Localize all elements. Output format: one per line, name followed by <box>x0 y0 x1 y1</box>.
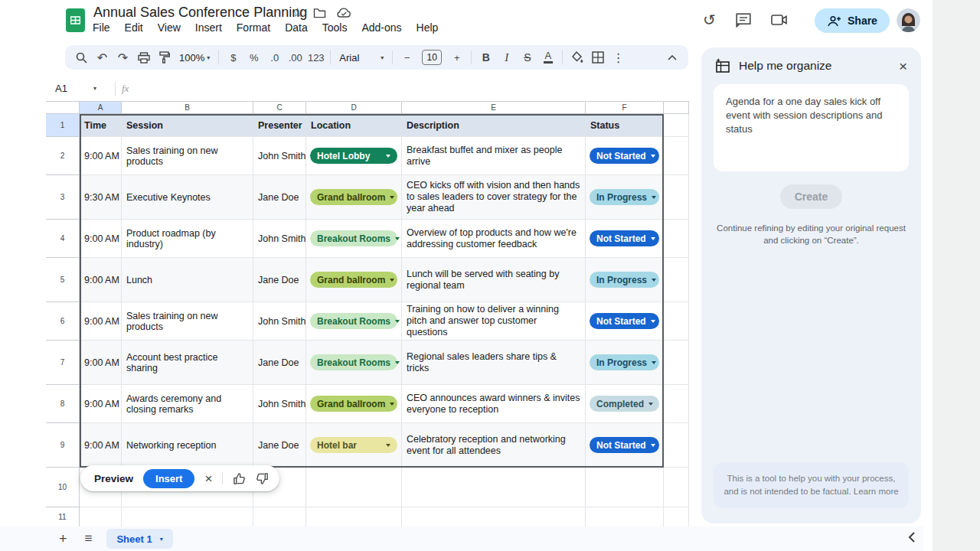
cell-session[interactable]: Sales training on new products <box>122 302 253 341</box>
empty-cell[interactable] <box>253 507 306 527</box>
location-pill[interactable]: Grand ballroom <box>310 189 397 205</box>
row-header-7[interactable]: 7 <box>46 341 80 385</box>
header-cell-description[interactable]: Description <box>402 114 586 137</box>
cell-presenter[interactable]: Jane Doe <box>253 175 306 220</box>
location-pill[interactable]: Breakout Rooms <box>310 230 397 246</box>
cell-presenter[interactable]: Jane Doe <box>253 258 306 302</box>
cell-status[interactable]: Not Started <box>586 423 664 468</box>
row-header-6[interactable]: 6 <box>46 302 80 341</box>
column-header-F[interactable]: F <box>586 102 664 114</box>
cell-description[interactable]: Regional sales leaders share tips & tric… <box>402 341 586 385</box>
empty-cell[interactable] <box>664 258 689 302</box>
decrease-font-size-button[interactable]: − <box>397 48 417 67</box>
collapse-panel-chevron-icon[interactable] <box>908 532 916 543</box>
meet-video-icon[interactable] <box>771 14 788 26</box>
header-cell-presenter[interactable]: Presenter <box>253 114 306 137</box>
location-pill[interactable]: Hotel Lobby <box>310 148 397 164</box>
cell-time[interactable]: 9:00 AM <box>80 302 122 341</box>
add-sheet-icon[interactable]: + <box>59 531 67 547</box>
row-header-4[interactable]: 4 <box>46 220 80 258</box>
redo-icon[interactable]: ↷ <box>113 48 133 67</box>
menu-tools[interactable]: Tools <box>322 21 348 34</box>
learn-more-link[interactable]: Learn more <box>854 487 899 496</box>
zoom-selector[interactable]: 100%▾ <box>175 52 214 64</box>
menu-edit[interactable]: Edit <box>125 21 143 34</box>
account-avatar[interactable] <box>897 8 920 32</box>
sheets-logo-icon[interactable] <box>66 8 85 32</box>
empty-cell[interactable] <box>664 507 689 527</box>
menu-file[interactable]: File <box>93 21 110 34</box>
borders-icon[interactable] <box>587 48 608 67</box>
row-header-9[interactable]: 9 <box>46 423 80 468</box>
format-percent-icon[interactable]: % <box>243 48 264 67</box>
italic-icon[interactable]: I <box>496 48 517 67</box>
empty-cell[interactable] <box>664 302 689 341</box>
cell-time[interactable]: 9:00 AM <box>80 258 122 302</box>
cell-location[interactable]: Grand ballroom <box>306 258 402 302</box>
status-pill[interactable]: Completed <box>590 396 659 412</box>
empty-cell[interactable] <box>122 507 253 527</box>
cell-location[interactable]: Breakout Rooms <box>306 302 402 341</box>
create-button[interactable]: Create <box>780 184 843 209</box>
row-header-10[interactable]: 10 <box>46 468 80 507</box>
empty-cell[interactable] <box>586 468 664 507</box>
select-all-corner[interactable] <box>46 102 80 114</box>
cell-status[interactable]: Not Started <box>586 302 664 341</box>
status-pill[interactable]: In Progress <box>590 354 659 370</box>
cell-presenter[interactable]: John Smith <box>253 302 306 341</box>
column-header-D[interactable]: D <box>306 102 402 114</box>
share-button[interactable]: Share <box>815 8 890 33</box>
status-pill[interactable]: Not Started <box>590 313 659 329</box>
row-header-3[interactable]: 3 <box>46 175 80 220</box>
insert-button[interactable]: Insert <box>143 469 194 488</box>
document-title[interactable]: Annual Sales Conference Planning <box>93 5 307 21</box>
undo-icon[interactable]: ↶ <box>92 48 113 67</box>
thumbs-down-icon[interactable] <box>256 472 269 485</box>
cell-status[interactable]: In Progress <box>586 175 664 220</box>
more-formats-icon[interactable]: 123 <box>305 48 326 67</box>
menu-addons[interactable]: Add-ons <box>361 21 401 34</box>
cell-description[interactable]: CEO announces award winners & invites ev… <box>402 385 586 423</box>
preview-button[interactable]: Preview <box>94 473 133 484</box>
all-sheets-icon[interactable]: ≡ <box>85 531 93 546</box>
cell-description[interactable]: CEO kicks off with vision and then hands… <box>402 175 586 220</box>
column-header-A[interactable]: A <box>80 102 122 114</box>
header-cell-session[interactable]: Session <box>122 114 253 137</box>
cell-status[interactable]: Not Started <box>586 137 664 175</box>
format-currency-icon[interactable]: $ <box>223 48 243 67</box>
cell-description[interactable]: Breakfast buffet and mixer as people arr… <box>402 137 586 175</box>
status-pill[interactable]: Not Started <box>590 148 659 164</box>
cloud-status-icon[interactable] <box>336 8 351 18</box>
cell-session[interactable]: Sales training on new products <box>122 137 253 175</box>
formula-input[interactable] <box>129 77 689 100</box>
cell-presenter[interactable]: Jane Doe <box>253 423 306 468</box>
empty-cell[interactable] <box>664 114 689 137</box>
menu-view[interactable]: View <box>158 21 181 34</box>
move-folder-icon[interactable] <box>313 8 326 18</box>
cell-description[interactable]: Lunch will be served with seating by reg… <box>402 258 586 302</box>
header-cell-status[interactable]: Status <box>586 114 664 137</box>
print-icon[interactable] <box>133 48 154 67</box>
cell-session[interactable]: Networking reception <box>122 423 253 468</box>
cell-time[interactable]: 9:00 AM <box>80 341 122 385</box>
header-cell-location[interactable]: Location <box>306 114 402 137</box>
row-header-1[interactable]: 1 <box>46 114 80 137</box>
cell-session[interactable]: Lunch <box>122 258 253 302</box>
empty-cell[interactable] <box>664 341 689 385</box>
row-header-11[interactable]: 11 <box>46 507 80 527</box>
cell-time[interactable]: 9:00 AM <box>80 137 122 175</box>
empty-cell[interactable] <box>402 468 586 507</box>
cell-time[interactable]: 9:00 AM <box>80 385 122 423</box>
hide-menus-icon[interactable] <box>662 48 682 67</box>
location-pill[interactable]: Hotel bar <box>310 437 397 453</box>
empty-cell[interactable] <box>664 385 689 423</box>
font-family-selector[interactable]: Arial▾ <box>335 52 388 64</box>
menu-data[interactable]: Data <box>285 21 308 34</box>
cell-presenter[interactable]: Jane Doe <box>253 341 306 385</box>
location-pill[interactable]: Grand ballroom <box>310 396 397 412</box>
decrease-decimal-icon[interactable]: .0 <box>264 48 285 67</box>
close-panel-icon[interactable]: × <box>899 59 909 73</box>
empty-cell[interactable] <box>664 423 689 468</box>
menu-help[interactable]: Help <box>416 21 439 34</box>
cell-session[interactable]: Executive Keynotes <box>122 175 253 220</box>
